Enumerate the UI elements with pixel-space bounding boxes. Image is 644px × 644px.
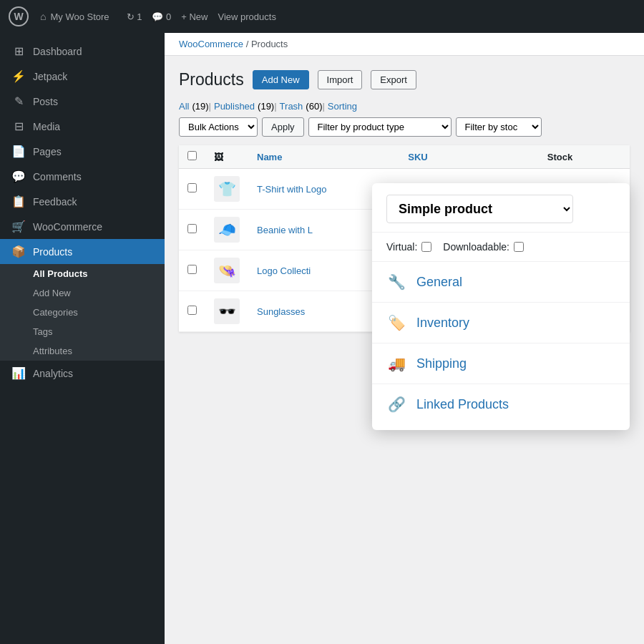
- dropdown-inventory[interactable]: 🏷️ Inventory: [372, 303, 630, 343]
- product-thumbnail: 👕: [214, 176, 240, 202]
- linked-products-icon: 🔗: [386, 396, 406, 413]
- row-checkbox[interactable]: [187, 224, 197, 233]
- admin-bar: W ⌂ My Woo Store ↻ 1 💬 0 + New View prod…: [0, 0, 644, 33]
- row-checkbox-cell[interactable]: [179, 169, 205, 210]
- comments-button[interactable]: 💬 0: [152, 11, 171, 22]
- product-name-link[interactable]: Logo Collecti: [257, 265, 311, 276]
- downloadable-checkbox[interactable]: [514, 242, 524, 252]
- products-submenu: All Products Add New Categories Tags Att…: [0, 264, 165, 361]
- row-checkbox[interactable]: [187, 183, 197, 192]
- check-all-checkbox[interactable]: [187, 151, 197, 160]
- pages-icon: 📄: [11, 145, 26, 158]
- sidebar-item-posts[interactable]: ✎ Posts: [0, 89, 165, 114]
- sku-header[interactable]: SKU: [399, 145, 539, 169]
- inventory-icon: 🏷️: [386, 314, 406, 331]
- sidebar-item-products[interactable]: 📦 Products: [0, 239, 165, 264]
- dropdown-shipping[interactable]: 🚚 Shipping: [372, 343, 630, 384]
- name-header[interactable]: Name: [248, 145, 399, 169]
- product-thumbnail: 🕶️: [214, 298, 240, 324]
- product-image-cell: 👒: [205, 250, 248, 291]
- sidebar-item-pages[interactable]: 📄 Pages: [0, 139, 165, 164]
- image-header: 🖼: [205, 145, 248, 169]
- site-name: My Woo Store: [50, 11, 109, 22]
- product-name-link[interactable]: T-Shirt with Logo: [257, 184, 327, 195]
- site-info[interactable]: ⌂ My Woo Store: [40, 11, 109, 22]
- woocommerce-icon: 🛒: [11, 220, 26, 233]
- jetpack-icon: ⚡: [11, 69, 26, 83]
- sidebar-item-label: Media: [33, 121, 153, 132]
- dropdown-checkboxes: Virtual: Downloadable:: [372, 233, 630, 262]
- virtual-text: Virtual:: [386, 241, 417, 253]
- submenu-add-new[interactable]: Add New: [0, 283, 165, 303]
- posts-icon: ✎: [11, 94, 26, 108]
- general-icon: 🔧: [386, 273, 406, 291]
- check-all-header[interactable]: [179, 145, 205, 169]
- filter-stock-select[interactable]: Filter by stoc: [456, 117, 542, 137]
- dropdown-linked-products[interactable]: 🔗 Linked Products: [372, 384, 630, 424]
- product-type-select[interactable]: Simple product Variable product Grouped …: [386, 195, 573, 223]
- sidebar-item-dashboard[interactable]: ⊞ Dashboard: [0, 39, 165, 64]
- row-checkbox-cell[interactable]: [179, 291, 205, 332]
- submenu-attributes[interactable]: Attributes: [0, 341, 165, 361]
- breadcrumb-current: Products: [251, 39, 288, 49]
- dashboard-icon: ⊞: [11, 44, 26, 58]
- row-checkbox[interactable]: [187, 265, 197, 274]
- product-name-link[interactable]: Sunglasses: [257, 306, 305, 317]
- virtual-label[interactable]: Virtual:: [386, 241, 431, 253]
- sidebar-item-label: WooCommerce: [33, 221, 153, 233]
- sidebar-item-label: Comments: [33, 171, 153, 182]
- products-icon: 📦: [11, 245, 26, 258]
- wp-logo[interactable]: W: [9, 6, 29, 26]
- sidebar-item-comments[interactable]: 💬 Comments: [0, 164, 165, 189]
- sidebar-item-jetpack[interactable]: ⚡ Jetpack: [0, 64, 165, 89]
- comments-nav-icon: 💬: [11, 170, 26, 183]
- image-icon: 🖼: [214, 152, 223, 162]
- filter-published-count: (19): [258, 101, 274, 112]
- sidebar-item-woocommerce[interactable]: 🛒 WooCommerce: [0, 214, 165, 239]
- product-thumbnail: 👒: [214, 258, 240, 283]
- apply-button[interactable]: Apply: [262, 117, 304, 137]
- new-button[interactable]: + New: [181, 11, 208, 22]
- shipping-icon: 🚚: [386, 355, 406, 372]
- submenu-categories[interactable]: Categories: [0, 303, 165, 322]
- sidebar-item-feedback[interactable]: 📋 Feedback: [0, 189, 165, 214]
- import-button[interactable]: Import: [318, 70, 363, 89]
- filter-published[interactable]: Published: [214, 101, 255, 112]
- toolbar: Bulk Actions Apply Filter by product typ…: [179, 117, 630, 137]
- add-new-button[interactable]: Add New: [253, 70, 309, 89]
- filter-sorting[interactable]: Sorting: [328, 101, 357, 112]
- product-name-link[interactable]: Beanie with L: [257, 225, 313, 235]
- filter-all-count: (19): [192, 101, 208, 112]
- breadcrumb-woocommerce[interactable]: WooCommerce: [179, 39, 243, 49]
- updates-button[interactable]: ↻ 1: [127, 11, 142, 22]
- breadcrumb: WooCommerce / Products: [165, 33, 644, 56]
- filter-type-select[interactable]: Filter by product type: [308, 117, 452, 137]
- sidebar-item-label: Dashboard: [33, 46, 153, 57]
- sidebar-item-media[interactable]: ⊟ Media: [0, 114, 165, 139]
- sidebar-item-label: Analytics: [33, 368, 153, 379]
- submenu-tags[interactable]: Tags: [0, 322, 165, 341]
- row-checkbox-cell[interactable]: [179, 250, 205, 291]
- row-checkbox-cell[interactable]: [179, 210, 205, 250]
- sidebar-item-label: Feedback: [33, 196, 153, 208]
- admin-bar-actions: ↻ 1 💬 0 + New View products: [127, 11, 276, 22]
- stock-header: Stock: [539, 145, 630, 169]
- downloadable-label[interactable]: Downloadable:: [443, 241, 524, 253]
- filter-all[interactable]: All: [179, 101, 189, 112]
- shipping-label: Shipping: [416, 356, 467, 371]
- analytics-icon: 📊: [11, 366, 26, 380]
- breadcrumb-separator: /: [246, 39, 251, 49]
- dropdown-general[interactable]: 🔧 General: [372, 262, 630, 303]
- product-thumbnail: 🧢: [214, 217, 240, 243]
- feedback-icon: 📋: [11, 195, 26, 208]
- virtual-checkbox[interactable]: [421, 242, 431, 252]
- page-header: Products Add New Import Export: [179, 70, 630, 89]
- view-products-link[interactable]: View products: [218, 11, 276, 22]
- bulk-actions-select[interactable]: Bulk Actions: [179, 117, 258, 137]
- sidebar-item-analytics[interactable]: 📊 Analytics: [0, 361, 165, 386]
- submenu-all-products[interactable]: All Products: [0, 264, 165, 283]
- filter-trash[interactable]: Trash: [280, 101, 303, 112]
- row-checkbox[interactable]: [187, 306, 197, 315]
- export-button[interactable]: Export: [371, 70, 416, 89]
- linked-products-label: Linked Products: [416, 397, 509, 412]
